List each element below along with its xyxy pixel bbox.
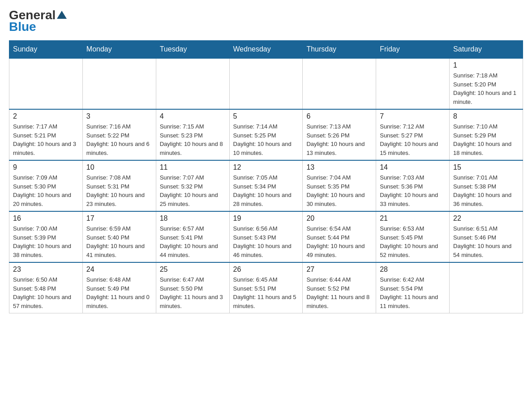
page-header: GeneralBlueFebruary 2025Trasacco, Abruzz… xyxy=(9,9,523,33)
calendar-week-row: 2Sunrise: 7:17 AMSunset: 5:21 PMDaylight… xyxy=(9,109,523,160)
day-info: Sunrise: 6:53 AMSunset: 5:45 PMDaylight:… xyxy=(380,224,446,259)
logo: GeneralBlue xyxy=(9,9,67,33)
day-info: Sunrise: 6:42 AMSunset: 5:54 PMDaylight:… xyxy=(380,275,446,310)
calendar-cell: 23Sunrise: 6:50 AMSunset: 5:48 PMDayligh… xyxy=(9,262,83,313)
calendar-week-row: 1Sunrise: 7:18 AMSunset: 5:20 PMDaylight… xyxy=(9,58,523,109)
column-header-sunday: Sunday xyxy=(9,41,83,59)
calendar-cell: 24Sunrise: 6:48 AMSunset: 5:49 PMDayligh… xyxy=(82,262,156,313)
logo-blue-text: Blue xyxy=(9,21,36,33)
day-number: 10 xyxy=(86,163,152,171)
day-info: Sunrise: 7:00 AMSunset: 5:39 PMDaylight:… xyxy=(13,224,79,259)
calendar-cell: 20Sunrise: 6:54 AMSunset: 5:44 PMDayligh… xyxy=(303,211,376,262)
day-info: Sunrise: 6:51 AMSunset: 5:46 PMDaylight:… xyxy=(453,224,519,259)
day-number: 1 xyxy=(453,61,519,69)
day-info: Sunrise: 6:45 AMSunset: 5:51 PMDaylight:… xyxy=(233,275,299,310)
day-info: Sunrise: 7:17 AMSunset: 5:21 PMDaylight:… xyxy=(13,122,79,157)
day-info: Sunrise: 7:12 AMSunset: 5:27 PMDaylight:… xyxy=(380,122,446,157)
day-number: 9 xyxy=(13,163,79,171)
column-header-tuesday: Tuesday xyxy=(156,41,229,59)
calendar-cell xyxy=(82,58,156,109)
calendar-week-row: 23Sunrise: 6:50 AMSunset: 5:48 PMDayligh… xyxy=(9,262,523,313)
calendar-cell: 25Sunrise: 6:47 AMSunset: 5:50 PMDayligh… xyxy=(156,262,229,313)
day-number: 22 xyxy=(453,214,519,223)
calendar-cell: 1Sunrise: 7:18 AMSunset: 5:20 PMDaylight… xyxy=(450,58,523,109)
calendar-cell xyxy=(303,58,376,109)
day-number: 7 xyxy=(380,112,446,120)
day-number: 12 xyxy=(233,163,299,171)
day-number: 27 xyxy=(306,265,372,274)
day-info: Sunrise: 7:14 AMSunset: 5:25 PMDaylight:… xyxy=(233,122,299,157)
logo-triangle-icon xyxy=(57,11,67,19)
day-number: 2 xyxy=(13,112,79,120)
day-number: 28 xyxy=(380,265,446,274)
day-info: Sunrise: 6:44 AMSunset: 5:52 PMDaylight:… xyxy=(306,275,372,310)
day-number: 14 xyxy=(380,163,446,171)
calendar-cell: 14Sunrise: 7:03 AMSunset: 5:36 PMDayligh… xyxy=(376,160,450,211)
calendar-cell: 17Sunrise: 6:59 AMSunset: 5:40 PMDayligh… xyxy=(82,211,156,262)
day-info: Sunrise: 6:57 AMSunset: 5:41 PMDaylight:… xyxy=(160,224,226,259)
day-number: 6 xyxy=(306,112,372,120)
calendar-week-row: 16Sunrise: 7:00 AMSunset: 5:39 PMDayligh… xyxy=(9,211,523,262)
calendar-cell: 9Sunrise: 7:09 AMSunset: 5:30 PMDaylight… xyxy=(9,160,83,211)
calendar-cell: 22Sunrise: 6:51 AMSunset: 5:46 PMDayligh… xyxy=(450,211,523,262)
calendar-cell: 5Sunrise: 7:14 AMSunset: 5:25 PMDaylight… xyxy=(229,109,303,160)
day-info: Sunrise: 7:15 AMSunset: 5:23 PMDaylight:… xyxy=(160,122,226,157)
column-header-wednesday: Wednesday xyxy=(229,41,303,59)
calendar-cell: 15Sunrise: 7:01 AMSunset: 5:38 PMDayligh… xyxy=(450,160,523,211)
day-number: 18 xyxy=(160,214,226,223)
calendar-cell: 28Sunrise: 6:42 AMSunset: 5:54 PMDayligh… xyxy=(376,262,450,313)
day-number: 20 xyxy=(306,214,372,223)
calendar-cell: 16Sunrise: 7:00 AMSunset: 5:39 PMDayligh… xyxy=(9,211,83,262)
day-number: 23 xyxy=(13,265,79,274)
calendar-cell: 19Sunrise: 6:56 AMSunset: 5:43 PMDayligh… xyxy=(229,211,303,262)
day-number: 16 xyxy=(13,214,79,223)
day-info: Sunrise: 7:04 AMSunset: 5:35 PMDaylight:… xyxy=(306,173,372,208)
day-info: Sunrise: 7:13 AMSunset: 5:26 PMDaylight:… xyxy=(306,122,372,157)
calendar-cell: 18Sunrise: 6:57 AMSunset: 5:41 PMDayligh… xyxy=(156,211,229,262)
calendar-cell: 7Sunrise: 7:12 AMSunset: 5:27 PMDaylight… xyxy=(376,109,450,160)
calendar-cell: 12Sunrise: 7:05 AMSunset: 5:34 PMDayligh… xyxy=(229,160,303,211)
calendar-cell xyxy=(156,58,229,109)
day-info: Sunrise: 7:09 AMSunset: 5:30 PMDaylight:… xyxy=(13,173,79,208)
day-info: Sunrise: 6:56 AMSunset: 5:43 PMDaylight:… xyxy=(233,224,299,259)
calendar-cell xyxy=(9,58,83,109)
calendar-cell: 3Sunrise: 7:16 AMSunset: 5:22 PMDaylight… xyxy=(82,109,156,160)
day-number: 8 xyxy=(453,112,519,120)
calendar-cell: 27Sunrise: 6:44 AMSunset: 5:52 PMDayligh… xyxy=(303,262,376,313)
day-number: 11 xyxy=(160,163,226,171)
day-info: Sunrise: 7:16 AMSunset: 5:22 PMDaylight:… xyxy=(86,122,152,157)
day-info: Sunrise: 6:47 AMSunset: 5:50 PMDaylight:… xyxy=(160,275,226,310)
calendar-cell: 2Sunrise: 7:17 AMSunset: 5:21 PMDaylight… xyxy=(9,109,83,160)
day-info: Sunrise: 7:10 AMSunset: 5:29 PMDaylight:… xyxy=(453,122,519,157)
day-info: Sunrise: 6:50 AMSunset: 5:48 PMDaylight:… xyxy=(13,275,79,310)
day-number: 21 xyxy=(380,214,446,223)
day-number: 26 xyxy=(233,265,299,274)
day-number: 17 xyxy=(86,214,152,223)
day-number: 25 xyxy=(160,265,226,274)
column-header-friday: Friday xyxy=(376,41,450,59)
calendar-table: SundayMondayTuesdayWednesdayThursdayFrid… xyxy=(9,40,523,313)
day-info: Sunrise: 6:54 AMSunset: 5:44 PMDaylight:… xyxy=(306,224,372,259)
day-info: Sunrise: 7:18 AMSunset: 5:20 PMDaylight:… xyxy=(453,71,519,106)
calendar-cell xyxy=(450,262,523,313)
day-number: 19 xyxy=(233,214,299,223)
day-number: 15 xyxy=(453,163,519,171)
column-header-saturday: Saturday xyxy=(450,41,523,59)
day-number: 5 xyxy=(233,112,299,120)
column-header-monday: Monday xyxy=(82,41,156,59)
calendar-cell xyxy=(229,58,303,109)
day-info: Sunrise: 6:59 AMSunset: 5:40 PMDaylight:… xyxy=(86,224,152,259)
calendar-cell: 8Sunrise: 7:10 AMSunset: 5:29 PMDaylight… xyxy=(450,109,523,160)
calendar-cell: 10Sunrise: 7:08 AMSunset: 5:31 PMDayligh… xyxy=(82,160,156,211)
calendar-header-row: SundayMondayTuesdayWednesdayThursdayFrid… xyxy=(9,41,523,59)
calendar-cell: 21Sunrise: 6:53 AMSunset: 5:45 PMDayligh… xyxy=(376,211,450,262)
day-number: 3 xyxy=(86,112,152,120)
calendar-cell: 4Sunrise: 7:15 AMSunset: 5:23 PMDaylight… xyxy=(156,109,229,160)
day-info: Sunrise: 7:03 AMSunset: 5:36 PMDaylight:… xyxy=(380,173,446,208)
day-number: 13 xyxy=(306,163,372,171)
calendar-cell: 26Sunrise: 6:45 AMSunset: 5:51 PMDayligh… xyxy=(229,262,303,313)
day-info: Sunrise: 7:08 AMSunset: 5:31 PMDaylight:… xyxy=(86,173,152,208)
day-info: Sunrise: 7:01 AMSunset: 5:38 PMDaylight:… xyxy=(453,173,519,208)
day-number: 24 xyxy=(86,265,152,274)
calendar-week-row: 9Sunrise: 7:09 AMSunset: 5:30 PMDaylight… xyxy=(9,160,523,211)
